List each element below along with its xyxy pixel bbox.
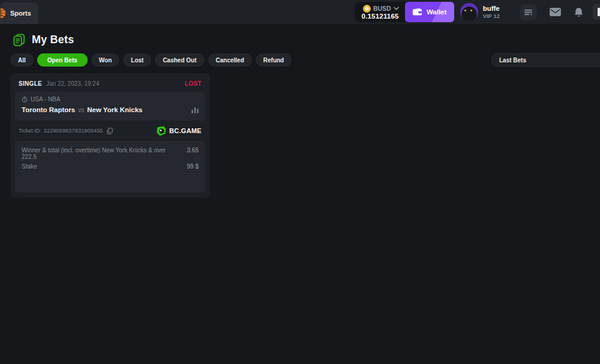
bet-date: Jan 22, 2023, 19:24 (46, 80, 99, 87)
bcgame-logo: BC.GAME (156, 126, 202, 136)
ticket-id-value: 2229069837831909455 (44, 128, 103, 134)
selection-row: Winner & total (incl. overtime) New York… (22, 147, 199, 160)
team-away: New York Knicks (87, 106, 142, 113)
selection-label: Winner & total (incl. overtime) New York… (22, 147, 181, 160)
my-bets-icon (12, 33, 26, 47)
vs-label: vs (78, 107, 84, 113)
avatar-eyes (464, 10, 472, 11)
sort-select[interactable]: Last Bets (491, 53, 600, 67)
selection-odds: 3.65 (181, 147, 199, 154)
wallet-icon (412, 8, 422, 16)
teams-row: Toronto Raptors vs New York Knicks (22, 106, 199, 113)
wallet-label: Wallet (427, 8, 446, 16)
stake-row: Stake 99 $ (22, 163, 199, 170)
avatar[interactable] (460, 3, 478, 21)
bcgame-logo-icon (156, 126, 166, 136)
filter-refund[interactable]: Refund (256, 53, 292, 67)
currency-code: BUSD (373, 5, 391, 12)
bet-details-panel: Winner & total (incl. overtime) New York… (15, 141, 205, 192)
tab-sports[interactable]: Sports (0, 2, 38, 24)
bcgame-logo-text: BC.GAME (169, 127, 202, 134)
bet-status-badge: LOST (185, 80, 202, 87)
page-head: My Bets (12, 33, 74, 47)
chevron-down-icon (394, 7, 399, 10)
match-panel[interactable]: USA - NBA Toronto Raptors vs New York Kn… (15, 92, 205, 121)
filter-lost[interactable]: Lost (123, 53, 151, 67)
league-label: USA - NBA (31, 96, 60, 103)
envelope-icon (550, 8, 561, 16)
page-title: My Bets (32, 34, 74, 46)
busd-coin-icon (363, 5, 371, 13)
copy-icon[interactable] (107, 128, 113, 134)
bet-type: SINGLE (19, 80, 42, 87)
messages-button[interactable] (550, 8, 561, 16)
currency-selector[interactable]: BUSD 0.15121165 (355, 2, 405, 22)
ticket-id-label: Ticket ID: (19, 128, 41, 134)
stats-icon[interactable] (191, 107, 199, 113)
chat-button[interactable] (593, 4, 600, 20)
notifications-button[interactable] (574, 7, 583, 17)
filter-cancelled[interactable]: Cancelled (208, 53, 252, 67)
filter-tabs: All Open Bets Won Lost Cashed Out Cancel… (10, 53, 292, 67)
filter-all[interactable]: All (10, 53, 34, 67)
clock-icon (22, 97, 28, 103)
vip-level: VIP 12 (483, 13, 500, 20)
topbar: Sports BUSD 0.15121165 Wallet (0, 0, 600, 24)
ticket-row: Ticket ID: 2229069837831909455 BC.GAME (15, 121, 205, 141)
sports-tab-label: Sports (10, 10, 31, 17)
sort-select-value: Last Bets (499, 57, 526, 64)
bell-icon (574, 7, 583, 17)
bet-card: SINGLE Jan 22, 2023, 19:24 LOST USA - NB… (10, 73, 210, 198)
team-home: Toronto Raptors (22, 106, 75, 113)
filter-won[interactable]: Won (91, 53, 119, 67)
chat-icon (598, 8, 600, 16)
currency-balance: 0.15121165 (362, 13, 399, 20)
bet-slip-button[interactable] (520, 4, 536, 20)
stake-label: Stake (22, 163, 37, 170)
stake-value: 99 $ (181, 163, 199, 170)
basketball-icon (0, 7, 7, 19)
filter-open-bets[interactable]: Open Bets (37, 53, 88, 67)
wallet-button[interactable]: Wallet (405, 2, 454, 22)
bet-list-icon (524, 9, 532, 16)
filter-cashed-out[interactable]: Cashed Out (155, 53, 204, 67)
bet-card-header: SINGLE Jan 22, 2023, 19:24 LOST (15, 78, 205, 92)
league-row: USA - NBA (22, 96, 199, 103)
topbar-right: BUSD 0.15121165 Wallet buffe VIP 12 (355, 0, 600, 24)
username: buffe (483, 4, 500, 13)
user-info[interactable]: buffe VIP 12 (483, 4, 500, 20)
